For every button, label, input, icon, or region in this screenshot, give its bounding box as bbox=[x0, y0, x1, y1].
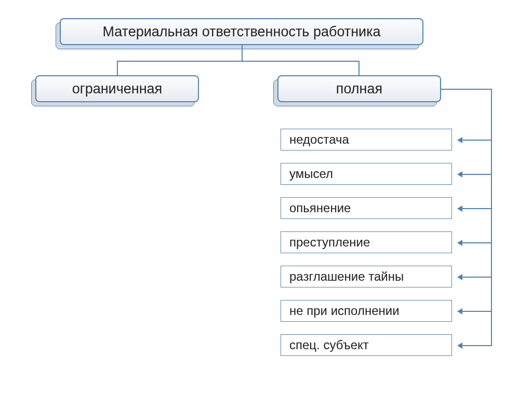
connector-v-right bbox=[358, 61, 360, 75]
branch-right-label: полная bbox=[277, 75, 441, 102]
connector-item-h bbox=[462, 277, 491, 278]
item-label: недостача bbox=[289, 132, 349, 147]
branch-right-node: полная bbox=[277, 75, 441, 102]
item-label: спец. субъект bbox=[289, 338, 369, 352]
item-box: недостача bbox=[281, 129, 452, 150]
connector-item-h bbox=[462, 242, 491, 243]
connector-bus-vertical bbox=[491, 89, 492, 346]
item-label: разглашение тайны bbox=[289, 269, 404, 284]
arrow-left-icon bbox=[457, 137, 462, 143]
arrow-left-icon bbox=[457, 171, 462, 177]
branch-left-label: ограниченная bbox=[35, 75, 199, 102]
arrow-left-icon bbox=[457, 240, 462, 246]
branch-left-node: ограниченная bbox=[35, 75, 199, 102]
connector-item-h bbox=[462, 311, 491, 312]
connector-v-root bbox=[242, 45, 243, 61]
item-box: умысел bbox=[281, 163, 452, 185]
connector-branch-to-bus bbox=[441, 89, 492, 90]
connector-item-h bbox=[462, 174, 491, 175]
item-box: разглашение тайны bbox=[281, 266, 452, 287]
item-label: опьянение bbox=[289, 201, 351, 215]
arrow-left-icon bbox=[457, 308, 462, 314]
item-box: спец. субъект bbox=[281, 334, 452, 356]
item-label: умысел bbox=[289, 167, 333, 181]
item-box: преступление bbox=[281, 231, 452, 253]
connector-h-main bbox=[117, 61, 360, 62]
arrow-left-icon bbox=[457, 342, 462, 349]
root-node: Материальная ответственность работника bbox=[60, 18, 423, 45]
arrow-left-icon bbox=[457, 205, 462, 212]
arrow-left-icon bbox=[457, 274, 462, 280]
item-label: преступление bbox=[289, 235, 370, 250]
root-label: Материальная ответственность работника bbox=[60, 18, 423, 45]
connector-item-h bbox=[462, 208, 491, 209]
connector-item-h bbox=[462, 345, 491, 346]
connector-item-h bbox=[462, 140, 491, 141]
item-box: опьянение bbox=[281, 197, 452, 219]
item-box: не при исполнении bbox=[281, 300, 452, 322]
connector-v-left bbox=[117, 61, 118, 75]
item-label: не при исполнении bbox=[289, 304, 400, 318]
